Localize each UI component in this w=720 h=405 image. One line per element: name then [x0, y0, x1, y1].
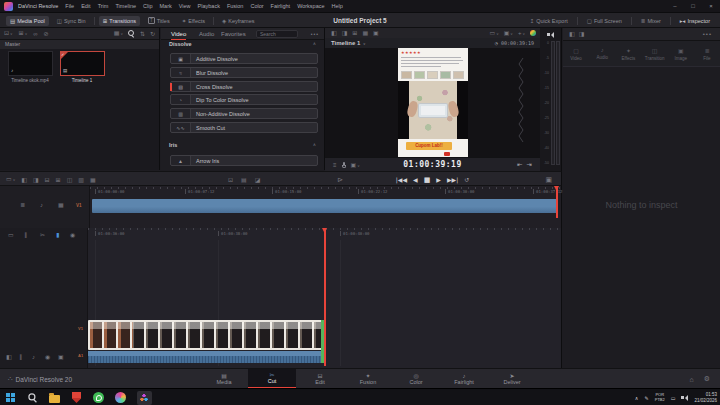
- loop-button[interactable]: ↺: [464, 176, 469, 183]
- menu-help[interactable]: Help: [332, 3, 343, 9]
- tab-video[interactable]: Video: [171, 28, 186, 40]
- viewer-tool-icon[interactable]: ▣: [373, 30, 379, 36]
- transitions-button[interactable]: ⊞ Transitions: [99, 16, 140, 26]
- page-fairlight[interactable]: ♪ Fairlight: [440, 369, 488, 389]
- refresh-icon[interactable]: ↻: [150, 31, 155, 37]
- more-options-icon[interactable]: •••: [703, 31, 712, 37]
- marker-icon[interactable]: ▮: [56, 232, 59, 238]
- media-pool-button[interactable]: ▤ Media Pool: [6, 16, 49, 26]
- menu-view[interactable]: View: [179, 3, 191, 9]
- viewer-tool-icon[interactable]: ⊞: [352, 30, 357, 36]
- clip-options-icon[interactable]: ▭∨: [6, 176, 15, 183]
- inspector-tab-transition[interactable]: ◫ Transition: [642, 41, 668, 66]
- inspector-view-icon[interactable]: ◧: [569, 31, 575, 37]
- snap-icon[interactable]: ◧: [6, 354, 12, 360]
- tray-expand-icon[interactable]: ∧: [635, 395, 639, 401]
- menu-fusion[interactable]: Fusion: [227, 3, 244, 9]
- detail-playhead[interactable]: [324, 228, 326, 366]
- whatsapp-icon[interactable]: [92, 391, 105, 404]
- titles-button[interactable]: T Titles: [144, 15, 174, 26]
- transition-non-additive[interactable]: ▥ Non-Additive Dissolve: [170, 108, 318, 119]
- settings-icon[interactable]: ⚙: [704, 375, 710, 383]
- collapse-icon[interactable]: ∧: [313, 142, 316, 147]
- inspector-tab-image[interactable]: ▣ Image: [668, 41, 694, 66]
- camera-menu-icon[interactable]: ▣∨: [504, 30, 513, 37]
- camera-icon[interactable]: ▣: [58, 354, 64, 360]
- tablet-icon[interactable]: ▭: [671, 395, 676, 401]
- effects-button[interactable]: ✦ Effects: [178, 16, 209, 26]
- tab-audio[interactable]: Audio: [199, 28, 214, 40]
- split-clip-icon[interactable]: ∥: [24, 232, 27, 238]
- edit-tool-icon[interactable]: ⊞: [56, 177, 61, 183]
- collapse-icon[interactable]: ∧: [313, 41, 316, 46]
- close-button[interactable]: ×: [702, 3, 720, 9]
- transition-cross-dissolve[interactable]: ▨ Cross Dissolve: [170, 81, 318, 92]
- search-icon[interactable]: [128, 30, 135, 37]
- edit-tool-icon[interactable]: ◧: [21, 177, 27, 183]
- frame-view-icon[interactable]: ▭: [8, 232, 14, 238]
- media-clip-timeline[interactable]: ✓ ▤: [60, 51, 105, 76]
- step-back-button[interactable]: ◀: [413, 176, 418, 183]
- overview-clip-bar[interactable]: [92, 199, 557, 213]
- audio-track-icon[interactable]: ♪: [40, 202, 43, 208]
- menu-workspace[interactable]: Workspace: [297, 3, 324, 9]
- link-media-icon[interactable]: ∞: [33, 31, 37, 37]
- menu-edit[interactable]: Edit: [81, 3, 90, 9]
- overwrite-tool-icon[interactable]: ▤: [241, 177, 247, 183]
- color-wheel-icon[interactable]: [530, 30, 536, 36]
- record-icon[interactable]: ◉: [45, 354, 50, 360]
- pen-icon[interactable]: ✎: [645, 395, 649, 401]
- sync-bin-button[interactable]: ◫ Sync Bin: [53, 16, 90, 26]
- edit-tool-icon[interactable]: ◨: [33, 177, 39, 183]
- transition-blur-dissolve[interactable]: ≈ Blur Dissolve: [170, 67, 318, 78]
- insert-tool-icon[interactable]: ⊡: [228, 177, 233, 183]
- keyframes-button[interactable]: ◈ Keyframes: [218, 16, 259, 26]
- taskbar-search-icon[interactable]: [26, 391, 39, 404]
- page-deliver[interactable]: ➤ Deliver: [488, 369, 536, 389]
- go-to-start-button[interactable]: |◀◀: [396, 176, 407, 183]
- antivirus-icon[interactable]: [70, 391, 83, 404]
- mixer-button[interactable]: ≣ Mixer: [637, 16, 665, 26]
- new-bin-icon[interactable]: ⊞∨: [19, 30, 28, 37]
- resolution-menu-icon[interactable]: ▭∨: [489, 30, 498, 37]
- menu-file[interactable]: File: [65, 3, 74, 9]
- track-list-icon[interactable]: ≣: [20, 202, 25, 208]
- grid-view-icon[interactable]: ▦∨: [114, 30, 123, 37]
- inspector-view-icon[interactable]: ◨: [579, 31, 585, 37]
- timeline-selector[interactable]: Timeline 1 ∨: [331, 40, 365, 46]
- viewer-tool-icon[interactable]: ▦: [362, 30, 368, 36]
- media-app-icon[interactable]: [114, 391, 127, 404]
- viewer-tool-icon[interactable]: ◧: [331, 30, 337, 36]
- project-manager-icon[interactable]: ⌂: [689, 376, 693, 383]
- inspector-tab-file[interactable]: ≣ File: [694, 41, 720, 66]
- page-cut[interactable]: ✂ Cut: [248, 369, 296, 389]
- edit-tool-icon[interactable]: ⊟: [45, 177, 50, 183]
- more-options-icon[interactable]: •••: [311, 31, 319, 37]
- volume-icon[interactable]: [681, 394, 688, 401]
- audio-monitor-icon[interactable]: ♪: [32, 354, 35, 360]
- menu-playback[interactable]: Playback: [198, 3, 220, 9]
- page-media[interactable]: ▤ Media: [200, 369, 248, 389]
- inspector-tab-audio[interactable]: ♪ Audio: [589, 41, 615, 66]
- ripple-tool-icon[interactable]: ◪: [255, 177, 261, 183]
- overview-ruler-area[interactable]: 01:00:00:00 01:00:07:12 01:00:15:00 01:0…: [90, 186, 562, 228]
- menu-fairlight[interactable]: Fairlight: [271, 3, 291, 9]
- track-view-icon[interactable]: ▦: [58, 202, 64, 208]
- inspector-tab-effects[interactable]: ✦ Effects: [615, 41, 641, 66]
- maximize-button[interactable]: □: [684, 3, 702, 9]
- sync-clips-icon[interactable]: ⊘: [43, 31, 48, 37]
- media-clip-audio[interactable]: ♪: [8, 51, 53, 76]
- page-edit[interactable]: ⊟ Edit: [296, 369, 344, 389]
- page-fusion[interactable]: ✦ Fusion: [344, 369, 392, 389]
- sort-icon[interactable]: ⇅: [140, 31, 145, 37]
- edit-tool-icon[interactable]: ▥: [78, 177, 84, 183]
- viewer-canvas[interactable]: ★★★★★ Cupom Lab!!: [325, 48, 540, 157]
- breadcrumb[interactable]: Master: [0, 40, 159, 49]
- search-input[interactable]: [256, 30, 298, 38]
- overview-playhead[interactable]: [556, 186, 558, 218]
- menu-timeline[interactable]: Timeline: [115, 3, 136, 9]
- quick-export-button[interactable]: ↥ Quick Export: [526, 16, 572, 26]
- transition-dip-to-color[interactable]: ◔ Dip To Color Dissolve: [170, 94, 318, 105]
- video-clip[interactable]: [88, 320, 324, 350]
- play-button[interactable]: ▶: [436, 176, 441, 183]
